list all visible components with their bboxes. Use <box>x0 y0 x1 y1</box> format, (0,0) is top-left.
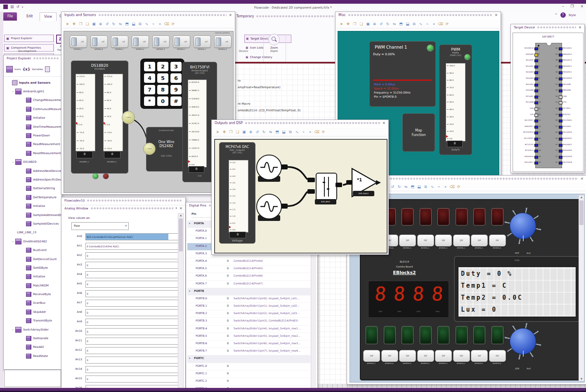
tree-item[interactable]: GetHandle <box>4 334 61 343</box>
slider-pointer[interactable] <box>446 135 448 138</box>
toolbar-icon[interactable]: ➤ <box>215 129 220 135</box>
tree-item[interactable]: AddressNextDevice <box>4 167 61 175</box>
pin-row[interactable]: RC2/CCP1 17 24 RD5/AN21 <box>513 142 583 148</box>
tree-item[interactable]: AddressSpecificDev <box>4 175 61 184</box>
tree-item[interactable]: ContinuousMeasure <box>4 105 61 113</box>
pin-row[interactable]: RA3/AN3 5 36 RB3/AN11 <box>513 69 583 75</box>
analog-value-field[interactable]: 0 <box>85 366 179 373</box>
board-vertical-scrollbar[interactable]: ▲ ▼ <box>579 195 584 381</box>
pin-row[interactable]: RC1/SOSCI 16 25 RD6/AN22 <box>513 136 583 142</box>
variables-icon[interactable]: {x} <box>23 67 31 71</box>
digital-pin-row[interactable]: PORTB.1 0 SwitchArraySlider1(pin1), keyp… <box>187 303 310 310</box>
pin-row[interactable]: RC0/SOSCO 15 26 RD7/AN23 <box>513 129 583 136</box>
pwm-slider-component[interactable]: PWM PWM1 (PWM CH1) 100.090.080.070.060.0… <box>439 45 472 155</box>
expander-icon[interactable]: − <box>11 160 14 164</box>
close-icon[interactable]: × <box>494 13 498 17</box>
port-button[interactable]: Off <box>489 235 506 246</box>
slider-pointer[interactable] <box>188 160 190 163</box>
tree-item[interactable]: GetIDByte <box>4 263 61 272</box>
ldr-knob[interactable] <box>504 323 541 360</box>
toolbar-icon[interactable]: ⌖ <box>307 129 313 135</box>
expander-icon[interactable] <box>22 249 25 252</box>
toolbar-icon[interactable]: ⊕ <box>248 129 253 135</box>
analog-value-field[interactable]: 825 ComboBL0114(LightSensor ADC) <box>85 233 179 240</box>
digital-pin-row[interactable]: PORTA.6 0 ComboBL0114(PinA6) <box>187 273 310 280</box>
lux-value[interactable]: 0 <box>189 166 204 173</box>
ribbon-tab[interactable]: File <box>3 12 17 21</box>
expander-icon[interactable] <box>22 99 25 102</box>
tree-item[interactable]: GetSerialString <box>4 184 61 193</box>
expander-icon[interactable] <box>22 214 25 217</box>
style-menu[interactable]: Style <box>569 14 576 17</box>
tree-item[interactable]: OneTimeMeasureme <box>4 122 61 131</box>
port-button[interactable]: Off <box>435 350 452 362</box>
toolbar-icon[interactable]: ❏ <box>359 21 364 27</box>
toolbar-icon[interactable]: ⬒ <box>274 129 280 135</box>
expander-icon[interactable] <box>22 258 25 261</box>
digital-pin-row[interactable]: PORTB.2 0 SwitchArraySlider1(pin2), keyp… <box>187 310 310 318</box>
ds18b20-component[interactable]: DS18B20 DS18B20 125.0105.085.065.045.025… <box>71 61 128 174</box>
analog-value-field[interactable]: 0 <box>85 357 179 364</box>
toolbar-icon[interactable]: ⌖ <box>431 21 437 27</box>
toolbar-icon[interactable]: ➤ <box>65 21 70 27</box>
slider-pointer[interactable] <box>76 122 78 124</box>
tree-item[interactable]: GetDeviceCount <box>4 255 61 263</box>
analog-value-field[interactable]: 0 <box>85 376 179 383</box>
tree-item[interactable]: ReadAll <box>4 343 61 352</box>
tree-item[interactable]: SkipAddr <box>4 307 61 316</box>
keypad-key[interactable]: # <box>170 96 182 106</box>
toolbar-icon[interactable]: ⇋ <box>403 184 409 190</box>
digital-pin-row[interactable]: PORTB.4 0 SwitchArraySlider1(pin4), keyp… <box>187 326 310 333</box>
pin-row[interactable]: RA6/OSC2 14 27 RC4/SDI1 <box>513 124 583 130</box>
close-icon[interactable]: × <box>578 26 581 29</box>
temporary-window-title[interactable]: Temporary <box>236 12 335 20</box>
expander-icon[interactable] <box>22 284 25 287</box>
tree-item[interactable]: ChangeMeasurement <box>4 96 61 105</box>
analog-value-field[interactable]: 0 <box>85 300 179 307</box>
expander-icon[interactable]: − <box>11 328 14 331</box>
toolbar-icon[interactable]: ❐ <box>228 129 234 135</box>
pin-row[interactable]: RD1/AN17 20 21 RD2/AN18 <box>513 160 583 166</box>
toolbar-icon[interactable]: ⬒ <box>398 21 404 27</box>
toolbar-icon[interactable]: ✥ <box>345 21 351 27</box>
toolbar-icon[interactable]: ⌁ <box>436 184 442 190</box>
toolbar-icon[interactable]: ❐ <box>78 21 83 27</box>
close-icon[interactable]: × <box>229 13 232 17</box>
scroll-up-icon[interactable]: ▲ <box>579 195 584 198</box>
analog-value-field[interactable]: 0 <box>85 262 179 269</box>
group-expander-icon[interactable]: ▾ <box>189 357 190 359</box>
toolbar-icon[interactable]: ✥ <box>71 21 77 27</box>
tree-item[interactable]: − DS18B20 <box>4 158 61 167</box>
ribbon-tab[interactable]: Edit <box>22 12 37 21</box>
components-icon[interactable] <box>45 66 50 72</box>
toolbar-icon[interactable]: ▣ <box>365 21 371 27</box>
keypad-key[interactable]: 9 <box>170 85 182 94</box>
toolbar-icon[interactable]: ⟳ <box>321 129 326 135</box>
toolbar-icon[interactable]: ✥ <box>222 129 227 135</box>
toolbar-icon[interactable]: ⧉ <box>411 21 417 27</box>
analog-value-field[interactable]: 0 <box>85 319 179 326</box>
toolbar-icon[interactable]: ∿ <box>294 129 300 135</box>
ribbon-tab[interactable]: View <box>40 12 57 21</box>
keypad-key[interactable]: 7 <box>144 85 155 94</box>
group-expander-icon[interactable]: ▾ <box>189 222 190 225</box>
wire-node[interactable]: 1-Wire <box>122 111 135 124</box>
analog-scrollbar[interactable]: ▲ <box>178 213 184 392</box>
expander-icon[interactable] <box>22 196 25 199</box>
tree-item[interactable]: Inputs and Sensors <box>4 78 61 87</box>
help-icon[interactable]: ? <box>560 12 566 18</box>
toolbar-icon[interactable]: ⊕ <box>372 21 377 27</box>
pin-row[interactable]: VDD 11 30 RC7/RX1 <box>513 106 583 112</box>
minimize-button[interactable]: – <box>562 4 564 8</box>
pin-row[interactable]: RA7/OSC1 13 28 RC5/SDO1 <box>513 117 583 124</box>
port-button[interactable]: Off <box>381 350 398 362</box>
ribbon-button[interactable]: ▣ Project Explorer <box>4 35 54 42</box>
variables-label[interactable]: Variables <box>32 68 43 70</box>
toolbar-icon[interactable]: ⬓ <box>405 21 410 27</box>
inputs-canvas[interactable]: Off $PORTA.7 Off $PORTA.6 <box>64 31 234 193</box>
duty-value[interactable]: 0 <box>447 141 463 147</box>
tree-item[interactable]: BusEvent <box>4 246 61 254</box>
view-mode-dropdown[interactable]: Raw ▾ <box>71 222 129 230</box>
icons-grid-icon[interactable] <box>6 66 13 73</box>
scroll-up-icon[interactable]: ▲ <box>178 214 183 216</box>
